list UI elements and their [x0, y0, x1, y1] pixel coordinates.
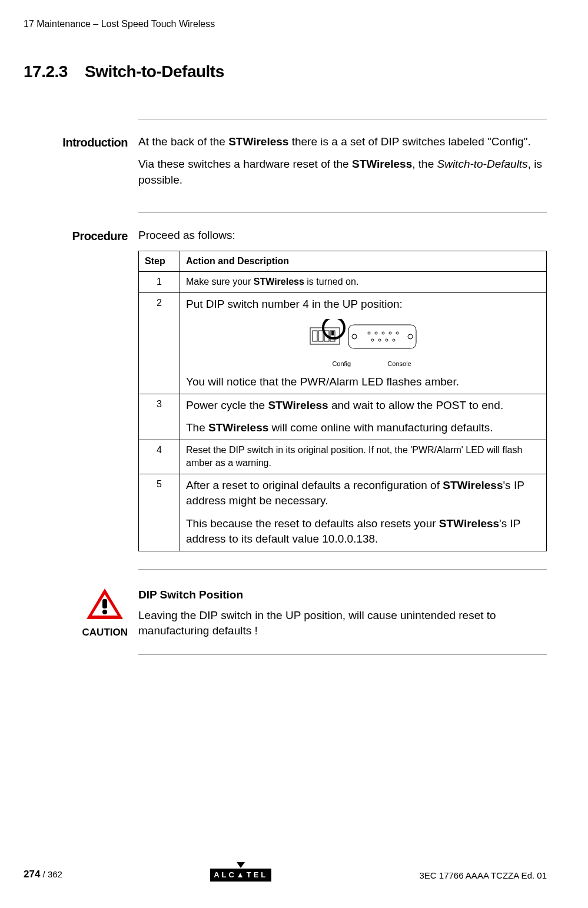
- text: This because the reset to defaults also …: [186, 517, 439, 530]
- caution-block: CAUTION DIP Switch Position Leaving the …: [24, 587, 547, 640]
- text: You will notice that the PWR/Alarm LED f…: [186, 374, 540, 390]
- procedure-content: Proceed as follows: Step Action and Desc…: [138, 228, 547, 551]
- step-action: Make sure your STWireless is turned on.: [180, 272, 547, 292]
- product-name: STWireless: [228, 135, 288, 148]
- step-action: After a reset to original defaults a rec…: [180, 474, 547, 551]
- text: After a reset to original defaults a rec…: [186, 478, 540, 509]
- text: After a reset to original defaults a rec…: [186, 479, 443, 491]
- svg-point-12: [389, 332, 391, 334]
- product-name: STWireless: [439, 517, 499, 530]
- step-number: 4: [139, 440, 180, 474]
- intro-p1: At the back of the STWireless there is a…: [138, 134, 547, 150]
- table-header-row: Step Action and Description: [139, 251, 547, 271]
- intro-content: At the back of the STWireless there is a…: [138, 134, 547, 195]
- svg-point-8: [408, 334, 413, 339]
- divider: [138, 212, 547, 213]
- warning-triangle-icon: [84, 587, 125, 623]
- product-name: STWireless: [352, 158, 412, 170]
- intro-heading: Introduction: [24, 134, 138, 195]
- procedure-table: Step Action and Description 1 Make sure …: [138, 251, 547, 551]
- text: This because the reset to defaults also …: [186, 516, 540, 547]
- col-action-header: Action and Description: [180, 251, 547, 271]
- footer-logo: ALC▲TEL: [210, 856, 271, 882]
- dip-switch-diagram: Config Console: [186, 319, 540, 368]
- total-pages: 362: [48, 869, 62, 879]
- svg-point-16: [386, 339, 388, 341]
- text: is turned on.: [304, 277, 359, 287]
- svg-point-19: [102, 610, 107, 614]
- intro-p2: Via these switches a hardware reset of t…: [138, 157, 547, 188]
- svg-point-15: [378, 339, 381, 341]
- svg-rect-5: [331, 331, 334, 335]
- page-footer: 274 / 362 ALC▲TEL 3EC 17766 AAAA TCZZA E…: [24, 856, 547, 882]
- caution-label: CAUTION: [82, 626, 128, 640]
- caution-icon: CAUTION: [82, 587, 128, 640]
- caution-text: Leaving the DIP switch in the UP positio…: [138, 608, 547, 639]
- page-header: 17 Maintenance – Lost Speed Touch Wirele…: [24, 18, 547, 31]
- step-number: 3: [139, 394, 180, 440]
- text: there is a a set of DIP switches labeled…: [288, 135, 530, 148]
- divider: [138, 569, 547, 570]
- caution-icon-holder: CAUTION: [24, 587, 138, 640]
- step-action: Reset the DIP switch in its original pos…: [180, 440, 547, 474]
- section-name: Switch-to-Defaults: [85, 62, 224, 81]
- procedure-heading: Procedure: [24, 228, 138, 551]
- svg-point-17: [393, 339, 395, 341]
- page-number: 274 / 362: [24, 867, 62, 882]
- svg-point-13: [396, 332, 398, 334]
- product-name: STWireless: [268, 399, 328, 411]
- svg-rect-2: [318, 331, 323, 341]
- text: will come online with manufacturing defa…: [268, 421, 493, 434]
- svg-point-7: [352, 334, 357, 339]
- product-name: STWireless: [208, 421, 268, 434]
- text: At the back of the: [138, 135, 228, 148]
- procedure-block: Procedure Proceed as follows: Step Actio…: [24, 228, 547, 551]
- dip-switch-icon: [298, 319, 428, 354]
- divider: [138, 654, 547, 655]
- section-title: 17.2.3 Switch-to-Defaults: [24, 60, 547, 83]
- table-row: 3 Power cycle the STWireless and wait to…: [139, 394, 547, 440]
- text: Put DIP switch number 4 in the UP positi…: [186, 297, 540, 312]
- text: Power cycle the: [186, 399, 268, 411]
- step-number: 2: [139, 292, 180, 394]
- table-row: 4 Reset the DIP switch in its original p…: [139, 440, 547, 474]
- diagram-labels: Config Console: [186, 360, 540, 368]
- triangle-down-icon: [237, 862, 245, 868]
- svg-point-9: [368, 332, 370, 334]
- text: , the: [412, 158, 437, 170]
- feature-name: Switch-to-Defaults: [437, 158, 527, 170]
- text: Via these switches a hardware reset of t…: [138, 158, 352, 170]
- text: Make sure your: [186, 277, 254, 287]
- text: The: [186, 421, 208, 434]
- console-label: Console: [387, 360, 411, 368]
- step-number: 5: [139, 474, 180, 551]
- current-page: 274: [24, 869, 40, 880]
- product-name: STWireless: [254, 277, 304, 287]
- svg-point-11: [382, 332, 384, 334]
- svg-rect-18: [102, 599, 107, 608]
- document-id: 3EC 17766 AAAA TCZZA Ed. 01: [419, 869, 547, 882]
- step-number: 1: [139, 272, 180, 292]
- procedure-lead: Proceed as follows:: [138, 228, 547, 244]
- caution-title: DIP Switch Position: [138, 587, 547, 603]
- introduction-block: Introduction At the back of the STWirele…: [24, 134, 547, 195]
- table-row: 1 Make sure your STWireless is turned on…: [139, 272, 547, 292]
- table-row: 5 After a reset to original defaults a r…: [139, 474, 547, 551]
- svg-point-14: [371, 339, 374, 341]
- text: Power cycle the STWireless and wait to a…: [186, 398, 540, 414]
- svg-point-10: [375, 332, 377, 334]
- caution-content: DIP Switch Position Leaving the DIP swit…: [138, 587, 547, 640]
- text: and wait to allow the POST to end.: [328, 399, 504, 411]
- alcatel-logo: ALC▲TEL: [210, 869, 271, 882]
- col-step-header: Step: [139, 251, 180, 271]
- table-row: 2 Put DIP switch number 4 in the UP posi…: [139, 292, 547, 394]
- product-name: STWireless: [443, 479, 503, 491]
- divider: [138, 119, 547, 119]
- step-action: Power cycle the STWireless and wait to a…: [180, 394, 547, 440]
- config-label: Config: [327, 360, 356, 368]
- section-number: 17.2.3: [24, 62, 68, 81]
- page-separator: /: [40, 869, 48, 879]
- svg-point-6: [323, 319, 344, 338]
- step-action: Put DIP switch number 4 in the UP positi…: [180, 292, 547, 394]
- svg-rect-1: [313, 331, 317, 341]
